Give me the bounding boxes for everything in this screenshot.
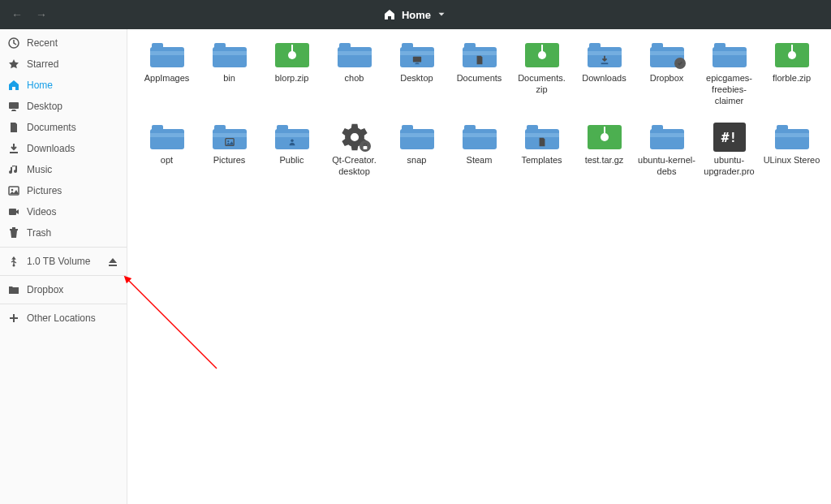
folder-icon	[275, 125, 309, 149]
folder-icon	[650, 125, 684, 149]
clock-icon	[8, 37, 19, 49]
sidebar-item-label: Other Locations	[27, 312, 96, 324]
file-label: epicgames-freebies-claimer	[698, 73, 760, 106]
file-item[interactable]: test.tar.gz	[573, 123, 635, 178]
file-item[interactable]: chob	[323, 41, 385, 106]
file-label: blorp.zip	[273, 73, 311, 84]
svg-line-11	[127, 279, 217, 368]
file-label: florble.zip	[771, 73, 812, 84]
file-item[interactable]: epicgames-freebies-claimer	[698, 41, 760, 106]
sidebar-item-desktop[interactable]: Desktop	[0, 96, 127, 117]
folder-dark-icon	[8, 284, 19, 295]
folder-icon	[650, 43, 684, 67]
sidebar-item-vol1tb[interactable]: 1.0 TB Volume	[0, 251, 127, 272]
sidebar-item-downloads[interactable]: Downloads	[0, 138, 127, 159]
sidebar-item-label: Dropbox	[27, 284, 63, 295]
sidebar-item-recent[interactable]: Recent	[0, 32, 127, 54]
sidebar-item-label: Trash	[27, 227, 51, 239]
folder-icon	[463, 125, 497, 149]
file-item[interactable]: Documents	[448, 41, 510, 106]
folder-icon	[525, 125, 559, 149]
file-label: test.tar.gz	[583, 155, 626, 166]
sidebar-item-videos[interactable]: Videos	[0, 201, 127, 222]
photo-icon	[8, 185, 19, 196]
eject-button[interactable]	[107, 256, 118, 267]
file-item[interactable]: Templates	[510, 123, 573, 178]
monitor-icon	[8, 101, 19, 112]
sidebar-item-label: Recent	[27, 37, 58, 49]
file-item[interactable]: Desktop	[385, 41, 448, 106]
back-button[interactable]: ←	[11, 8, 23, 21]
home-icon	[8, 80, 19, 91]
file-item[interactable]: ULinux Stereo	[760, 123, 823, 178]
file-item[interactable]: blorp.zip	[260, 41, 323, 106]
sidebar-item-label: Downloads	[27, 143, 75, 154]
file-item[interactable]: florble.zip	[760, 41, 823, 106]
archive-icon	[525, 43, 559, 67]
gear-icon	[338, 123, 371, 152]
sidebar-other-locations[interactable]: Other Locations	[0, 308, 127, 329]
sidebar-item-dropbox[interactable]: Dropbox	[0, 279, 127, 300]
file-label: ubuntu-kernel-debs	[635, 155, 698, 178]
plus-icon	[8, 312, 19, 324]
file-grid: AppImagesbinblorp.zipchobDesktopDocument…	[136, 41, 823, 178]
file-label: ubuntu-upgrader.pro	[698, 155, 760, 178]
file-label: ULinux Stereo	[762, 155, 822, 166]
folder-icon	[213, 43, 247, 67]
path-bar[interactable]: Home	[47, 9, 782, 21]
file-label: Qt-Creator.desktop	[330, 155, 377, 178]
sidebar-item-music[interactable]: Music	[0, 159, 127, 180]
file-item[interactable]: AppImages	[136, 41, 198, 106]
sidebar-item-label: Documents	[27, 122, 76, 133]
file-label: Downloads	[580, 73, 627, 84]
location-label: Home	[402, 9, 431, 21]
forward-button[interactable]: →	[36, 8, 47, 21]
archive-icon	[775, 43, 809, 67]
project-file-icon: #!	[713, 123, 746, 152]
file-label: Public	[278, 155, 306, 166]
music-icon	[8, 164, 19, 175]
file-item[interactable]: bin	[198, 41, 260, 106]
file-label: chob	[343, 73, 366, 84]
file-item[interactable]: snap	[385, 123, 448, 178]
file-label: AppImages	[143, 73, 192, 84]
sidebar-item-trash[interactable]: Trash	[0, 222, 127, 243]
file-label: opt	[159, 155, 174, 166]
folder-icon	[775, 125, 809, 149]
dl-icon	[8, 143, 19, 154]
file-label: Documents	[455, 73, 504, 84]
archive-icon	[275, 43, 309, 67]
sidebar-separator	[0, 304, 127, 304]
sidebar-item-pictures[interactable]: Pictures	[0, 180, 127, 201]
folder-icon	[588, 43, 622, 67]
file-grid-area: AppImagesbinblorp.zipchobDesktopDocument…	[127, 29, 831, 504]
folder-icon	[400, 43, 434, 67]
file-item[interactable]: Downloads	[573, 41, 635, 106]
usb-icon	[8, 256, 19, 267]
sidebar-item-label: Home	[27, 80, 53, 91]
sidebar-item-starred[interactable]: Starred	[0, 54, 127, 75]
sidebar-item-home[interactable]: Home	[0, 75, 127, 96]
file-item[interactable]: Dropbox	[635, 41, 698, 106]
home-icon	[384, 9, 395, 20]
file-item[interactable]: opt	[136, 123, 198, 178]
file-item[interactable]: ubuntu-kernel-debs	[635, 123, 698, 178]
sidebar: Recent Starred Home Desktop Documents Do…	[0, 29, 127, 504]
file-item[interactable]: #!ubuntu-upgrader.pro	[698, 123, 760, 178]
folder-icon	[150, 125, 184, 149]
sidebar-item-label: Starred	[27, 58, 58, 70]
file-item[interactable]: Documents.zip	[510, 41, 573, 106]
file-item[interactable]: Pictures	[198, 123, 260, 178]
lock-badge	[360, 140, 371, 152]
file-label: Steam	[465, 155, 494, 166]
file-item[interactable]: Public	[260, 123, 323, 178]
sidebar-item-documents[interactable]: Documents	[0, 117, 127, 138]
file-label: Desktop	[398, 73, 434, 84]
file-item[interactable]: Qt-Creator.desktop	[323, 123, 385, 178]
file-label: Templates	[519, 155, 563, 166]
folder-icon	[713, 43, 747, 67]
folder-icon	[150, 43, 184, 67]
folder-icon	[463, 43, 497, 67]
chevron-down-icon	[437, 11, 446, 19]
file-item[interactable]: Steam	[448, 123, 510, 178]
